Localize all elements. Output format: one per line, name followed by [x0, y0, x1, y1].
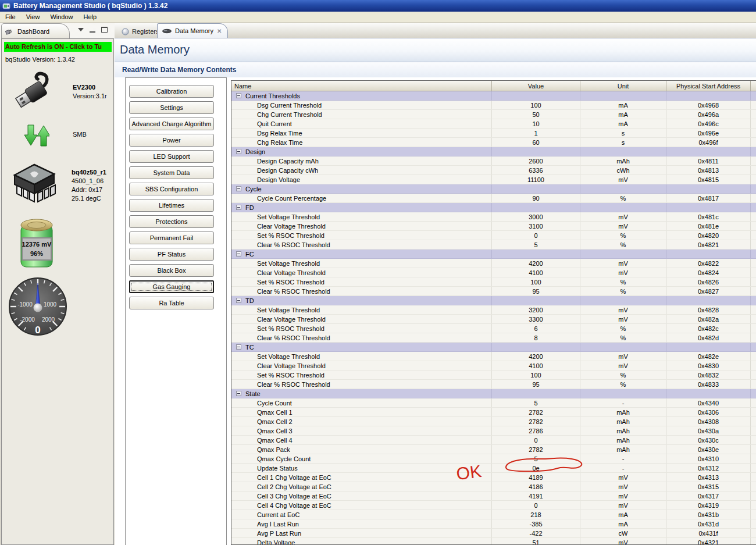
dashboard-tab[interactable]: DashBoard	[1, 23, 70, 38]
table-row[interactable]: Quit Current10mA0x496c	[231, 119, 756, 129]
cell-value[interactable]: 5	[492, 398, 580, 407]
nav-button-power[interactable]: Power	[129, 134, 214, 147]
menu-item-help[interactable]: Help	[79, 12, 102, 22]
nav-button-pf-status[interactable]: PF Status	[129, 248, 214, 261]
cell-value[interactable]: 0	[492, 436, 580, 444]
nav-button-protections[interactable]: Protections	[129, 215, 214, 228]
cell-value[interactable]: 6	[492, 324, 580, 333]
cell-value[interactable]: 4186	[492, 482, 580, 491]
table-row[interactable]: Delta Voltage51mV0x4321	[231, 538, 756, 545]
table-row[interactable]: FC	[231, 250, 756, 259]
cell-value[interactable]: 4189	[492, 473, 580, 482]
menu-item-view[interactable]: View	[21, 12, 45, 22]
table-row[interactable]: Qmax Cell 22782mAh0x4308	[231, 417, 756, 426]
table-row[interactable]: Current Thresholds	[231, 91, 756, 101]
table-row[interactable]: Set % RSOC Threshold6%0x482c	[231, 324, 756, 333]
nav-button-settings[interactable]: Settings	[129, 101, 214, 114]
cell-value[interactable]: 10	[492, 119, 580, 128]
cell-value[interactable]: 5	[492, 240, 580, 249]
collapse-icon[interactable]	[236, 93, 241, 98]
cell-value[interactable]: 218	[492, 510, 580, 519]
table-row[interactable]: Avg I Last Run-385mA0x431d	[231, 519, 756, 529]
cell-value[interactable]: -422	[492, 529, 580, 537]
column-header-unit[interactable]: Unit	[580, 81, 666, 91]
nav-button-led-support[interactable]: LED Support	[129, 150, 214, 163]
table-row[interactable]: Cycle	[231, 184, 756, 194]
cell-value[interactable]: 60	[492, 138, 580, 147]
cell-value[interactable]: 3300	[492, 315, 580, 323]
cell-value[interactable]: 3200	[492, 305, 580, 314]
table-row[interactable]: Current at EoC218mA0x431b	[231, 510, 756, 519]
cell-value[interactable]: 5	[492, 454, 580, 463]
cell-value[interactable]: 2782	[492, 445, 580, 454]
table-row[interactable]: Qmax Cell 12782mAh0x4306	[231, 408, 756, 417]
cell-value[interactable]: 6336	[492, 166, 580, 174]
table-row[interactable]: Clear % RSOC Threshold8%0x482d	[231, 333, 756, 343]
column-header-address[interactable]: Physical Start Address	[666, 81, 751, 91]
cell-value[interactable]: 2600	[492, 156, 580, 165]
table-row[interactable]: Cell 4 Chg Voltage at EoC0mV0x4319	[231, 501, 756, 510]
cell-value[interactable]: 2786	[492, 426, 580, 435]
menu-item-window[interactable]: Window	[45, 12, 78, 22]
nav-button-ra-table[interactable]: Ra Table	[129, 297, 214, 309]
table-row[interactable]: Clear % RSOC Threshold95%0x4833	[231, 380, 756, 389]
collapse-icon[interactable]	[236, 344, 241, 350]
cell-value[interactable]: 4100	[492, 268, 580, 277]
nav-button-calibration[interactable]: Calibration	[129, 85, 214, 98]
cell-value[interactable]: 100	[492, 371, 580, 379]
cell-value[interactable]: 95	[492, 287, 580, 295]
cell-value[interactable]: 0	[492, 501, 580, 510]
table-row[interactable]: TC	[231, 343, 756, 352]
collapse-icon[interactable]	[236, 205, 241, 210]
table-row[interactable]: Design Capacity mAh2600mAh0x4811	[231, 156, 756, 166]
table-row[interactable]: Qmax Cycle Count5-0x4310	[231, 454, 756, 464]
cell-value[interactable]: 4191	[492, 491, 580, 500]
table-row[interactable]: Qmax Pack2782mAh0x430e	[231, 445, 756, 454]
table-row[interactable]: TD	[231, 296, 756, 305]
cell-value[interactable]: 4200	[492, 352, 580, 361]
table-row[interactable]: Cycle Count Percentage90%0x4817	[231, 194, 756, 203]
cell-value[interactable]: 2782	[492, 408, 580, 416]
table-row[interactable]: Set Voltage Threshold3200mV0x4828	[231, 305, 756, 315]
cell-value[interactable]: -385	[492, 519, 580, 528]
table-row[interactable]: State	[231, 389, 756, 398]
table-row[interactable]: Avg P Last Run-422cW0x431f	[231, 529, 756, 538]
table-row[interactable]: FD	[231, 203, 756, 212]
collapse-icon[interactable]	[236, 391, 241, 396]
nav-button-system-data[interactable]: System Data	[129, 166, 214, 179]
cell-value[interactable]: 1	[492, 129, 580, 137]
table-row[interactable]: Clear % RSOC Threshold95%0x4827	[231, 287, 756, 296]
cell-value[interactable]: 95	[492, 380, 580, 389]
table-row[interactable]: Set % RSOC Threshold100%0x4826	[231, 277, 756, 287]
collapse-icon[interactable]	[236, 298, 241, 303]
cell-value[interactable]: 11100	[492, 175, 580, 184]
collapse-icon[interactable]	[236, 186, 241, 191]
table-row[interactable]: Cell 3 Chg Voltage at EoC4191mV0x4317	[231, 491, 756, 501]
table-row[interactable]: Set % RSOC Threshold100%0x4832	[231, 371, 756, 380]
table-row[interactable]: Chg Relax Time60s0x496f	[231, 138, 756, 147]
nav-button-advanced-charge-algorithm[interactable]: Advanced Charge Algorithm	[129, 117, 214, 130]
auto-refresh-banner[interactable]: Auto Refresh is ON - Click to Tu	[4, 42, 112, 52]
table-row[interactable]: Design	[231, 147, 756, 156]
nav-button-gas-gauging[interactable]: Gas Gauging	[129, 280, 214, 293]
collapse-icon[interactable]	[236, 251, 241, 257]
nav-button-sbs-configuration[interactable]: SBS Configuration	[129, 183, 214, 195]
column-header-name[interactable]: Name	[231, 81, 492, 91]
table-row[interactable]: Qmax Cell 40mAh0x430c	[231, 436, 756, 445]
table-row[interactable]: Design Capacity cWh6336cWh0x4813	[231, 166, 756, 175]
view-menu-icon[interactable]	[78, 28, 84, 31]
table-row[interactable]: Design Voltage11100mV0x4815	[231, 175, 756, 184]
table-row[interactable]: Clear Voltage Threshold4100mV0x4824	[231, 268, 756, 277]
table-row[interactable]: Dsg Current Threshold100mA0x4968	[231, 101, 756, 110]
nav-button-permanent-fail[interactable]: Permanent Fail	[129, 231, 214, 244]
collapse-icon[interactable]	[236, 149, 241, 154]
nav-button-lifetimes[interactable]: Lifetimes	[129, 199, 214, 212]
table-row[interactable]: Cell 1 Chg Voltage at EoC4189mV0x4313	[231, 473, 756, 482]
tab-data-memory[interactable]: Data Memory ✕	[157, 23, 228, 38]
cell-value[interactable]: 100	[492, 277, 580, 286]
table-row[interactable]: Cell 2 Chg Voltage at EoC4186mV0x4315	[231, 482, 756, 491]
cell-value[interactable]: 50	[492, 110, 580, 119]
cell-value[interactable]: 0e	[492, 464, 580, 472]
cell-value[interactable]: 51	[492, 538, 580, 545]
cell-value[interactable]: 3100	[492, 222, 580, 230]
